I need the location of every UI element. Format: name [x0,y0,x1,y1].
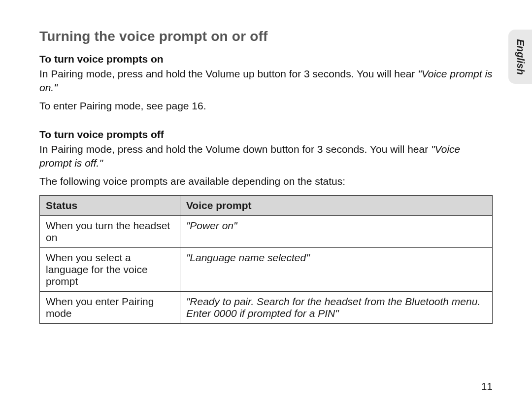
language-tab-label: English [515,39,526,74]
table-row: When you select a language for the voice… [40,248,493,292]
th-status: Status [40,196,180,216]
cell-prompt: "Ready to pair. Search for the headset f… [180,292,492,324]
table-header-row: Status Voice prompt [40,196,493,216]
para-voice-on-2: To enter Pairing mode, see page 16. [39,99,493,113]
cell-prompt: "Power on" [180,216,492,248]
heading-voice-on: To turn voice prompts on [39,53,493,65]
cell-prompt: "Language name selected" [180,248,492,292]
page-title: Turning the voice prompt on or off [39,29,493,44]
cell-status: When you turn the headset on [40,216,180,248]
th-voice-prompt: Voice prompt [180,196,492,216]
voice-prompt-table: Status Voice prompt When you turn the he… [39,195,493,324]
table-row: When you turn the headset on "Power on" [40,216,493,248]
text-fragment: In Pairing mode, press and hold the Volu… [39,68,418,79]
heading-voice-off: To turn voice prompts off [39,129,493,140]
para-voice-on-1: In Pairing mode, press and hold the Volu… [39,67,493,95]
table-row: When you enter Pairing mode "Ready to pa… [40,292,493,324]
para-voice-off-2: The following voice prompts are availabl… [39,174,493,188]
page-number: 11 [481,380,493,392]
text-fragment: In Pairing mode, press and hold the Volu… [39,143,431,155]
language-tab: English [508,30,532,84]
cell-status: When you enter Pairing mode [40,292,180,324]
para-voice-off-1: In Pairing mode, press and hold the Volu… [39,142,493,171]
cell-status: When you select a language for the voice… [40,248,180,292]
manual-page: English Turning the voice prompt on or o… [0,0,532,414]
